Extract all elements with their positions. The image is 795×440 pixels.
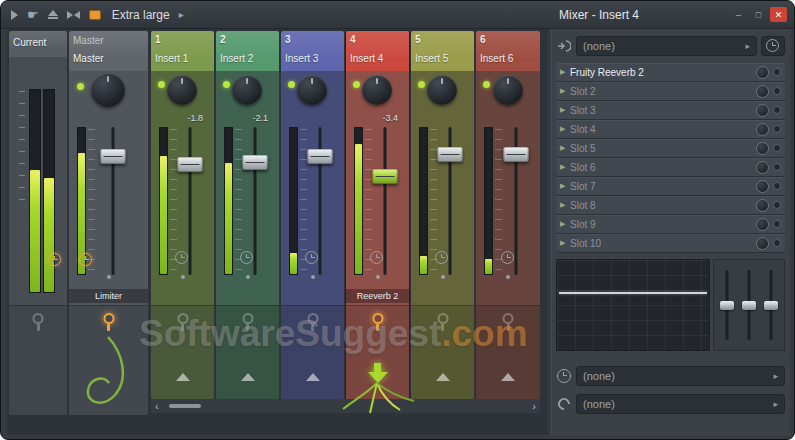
mute-led[interactable] [158,81,165,88]
pan-knob[interactable] [362,75,392,105]
output-clock-icon[interactable] [556,369,572,383]
slot-arrow-icon[interactable]: ▶ [560,201,570,209]
fader-handle[interactable] [504,147,529,162]
audio-input-icon[interactable] [556,40,572,52]
plugin-label[interactable]: Limiter [69,289,148,303]
detach-icon[interactable] [48,7,58,23]
eq-band-high[interactable] [763,268,779,342]
scroll-thumb[interactable] [169,404,201,408]
slot-arrow-icon[interactable]: ▶ [560,144,570,152]
route-down-arrow-icon[interactable] [368,363,388,383]
dock-up-arrow-icon[interactable] [501,373,515,381]
pan-knob[interactable] [167,75,197,105]
plugin-label[interactable] [216,289,279,303]
slot-enable-led[interactable] [773,68,781,76]
fader-handle[interactable] [373,169,398,184]
slot-enable-led[interactable] [773,163,781,171]
fx-slot-8[interactable]: ▶ Slot 8 [556,196,785,214]
slot-enable-led[interactable] [773,87,781,95]
plug-icon[interactable] [372,313,383,324]
input-time-button[interactable] [761,36,785,56]
fader-track[interactable] [254,127,257,275]
slot-enable-led[interactable] [773,106,781,114]
plugin-label[interactable] [281,289,344,303]
slot-mix-knob[interactable] [756,123,769,136]
mute-led[interactable] [353,81,360,88]
auto-center-icon[interactable] [67,7,80,23]
slot-enable-led[interactable] [773,201,781,209]
slot-arrow-icon[interactable]: ▶ [560,182,570,190]
fader-handle[interactable] [101,149,126,164]
fader-handle[interactable] [178,157,203,172]
maximize-button[interactable]: □ [750,7,767,22]
mixer-strip-insert-1[interactable]: 1 Insert 1 -1.8 [151,31,214,399]
plug-icon[interactable] [33,313,44,324]
clock-icon[interactable] [240,251,253,264]
mixer-menu-icon[interactable] [11,7,18,23]
fx-slot-7[interactable]: ▶ Slot 7 [556,177,785,195]
clock-icon[interactable] [305,251,318,264]
fader-handle[interactable] [438,147,463,162]
fx-slot-10[interactable]: ▶ Slot 10 [556,234,785,252]
clock-icon[interactable] [435,251,448,264]
fader-track[interactable] [189,127,192,275]
mute-led[interactable] [77,83,84,90]
send-dropdown[interactable]: (none) ▸ [576,394,785,414]
fader-track[interactable] [384,127,387,275]
clock-icon[interactable] [79,253,92,266]
mixer-strip-insert-2[interactable]: 2 Insert 2 -2.1 [216,31,279,399]
slot-mix-knob[interactable] [756,66,769,79]
fx-slot-2[interactable]: ▶ Slot 2 [556,82,785,100]
pan-knob[interactable] [232,75,262,105]
output-dropdown[interactable]: (none) ▸ [576,366,785,386]
mixer-strip-current[interactable]: Current [9,31,67,415]
mute-led[interactable] [223,81,230,88]
color-swatch-icon[interactable] [89,7,101,23]
slot-mix-knob[interactable] [756,199,769,212]
slot-mix-knob[interactable] [756,85,769,98]
slot-enable-led[interactable] [773,125,781,133]
slot-mix-knob[interactable] [756,237,769,250]
route-icon[interactable] [556,398,572,410]
slot-enable-led[interactable] [773,182,781,190]
scroll-left-icon[interactable]: ‹ [151,401,163,412]
eq-band-mid[interactable] [741,268,757,342]
slot-arrow-icon[interactable]: ▶ [560,68,570,76]
fx-slot-5[interactable]: ▶ Slot 5 [556,139,785,157]
pan-knob[interactable] [297,75,327,105]
clock-icon[interactable] [175,251,188,264]
input-source-dropdown[interactable]: (none) ▸ [576,36,757,56]
size-chevron-icon[interactable]: ▸ [179,9,184,20]
slot-arrow-icon[interactable]: ▶ [560,239,570,247]
eq-display[interactable] [556,259,785,351]
mixer-strip-insert-6[interactable]: 6 Insert 6 [476,31,540,399]
plugin-label[interactable] [151,289,214,303]
fx-slot-6[interactable]: ▶ Slot 6 [556,158,785,176]
pan-knob[interactable] [91,73,125,107]
scroll-right-icon[interactable]: › [528,401,540,412]
plug-icon[interactable] [242,313,253,324]
mixer-size-selector[interactable]: Extra large [112,8,170,22]
pan-knob[interactable] [493,75,523,105]
minimize-button[interactable]: – [730,7,747,22]
plug-icon[interactable] [103,313,114,324]
close-button[interactable]: ✕ [770,7,787,22]
eq-band-low[interactable] [719,268,735,342]
dock-up-arrow-icon[interactable] [241,373,255,381]
plugin-label[interactable] [411,289,474,303]
dock-up-arrow-icon[interactable] [306,373,320,381]
mute-led[interactable] [483,81,490,88]
clock-icon[interactable] [48,253,61,266]
slot-arrow-icon[interactable]: ▶ [560,163,570,171]
slot-mix-knob[interactable] [756,218,769,231]
plug-icon[interactable] [503,313,514,324]
slot-enable-led[interactable] [773,239,781,247]
slot-mix-knob[interactable] [756,161,769,174]
fx-slot-1[interactable]: ▶ Fruity Reeverb 2 [556,63,785,81]
plug-icon[interactable] [437,313,448,324]
mute-led[interactable] [288,81,295,88]
clock-icon[interactable] [501,251,514,264]
dock-up-arrow-icon[interactable] [176,373,190,381]
volume-fader[interactable] [97,127,129,275]
slot-enable-led[interactable] [773,220,781,228]
